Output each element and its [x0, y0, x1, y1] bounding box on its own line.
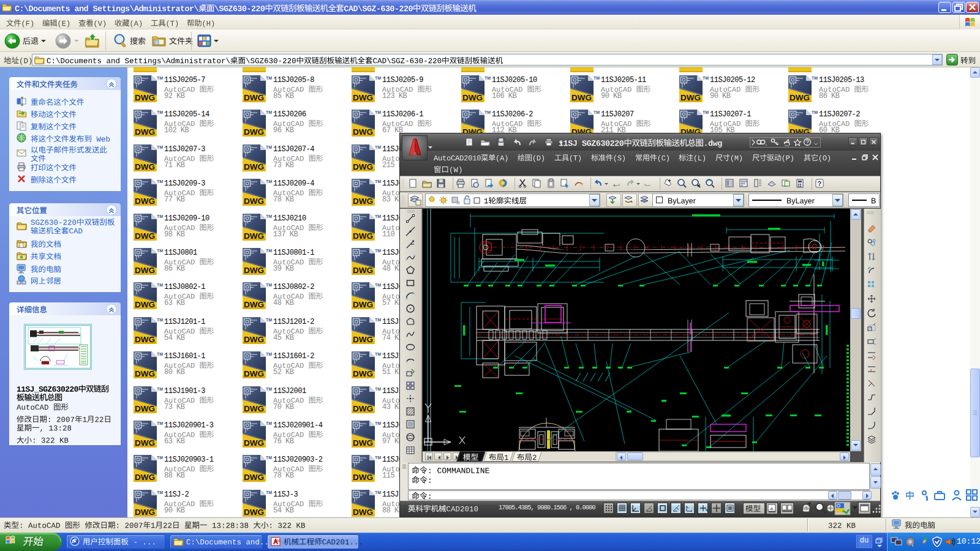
svg-text:TM: TM	[812, 76, 818, 80]
svg-text:10: 10	[277, 539, 281, 542]
svg-text:TM: TM	[266, 490, 272, 495]
svg-text:TM: TM	[266, 179, 272, 184]
svg-text:TM: TM	[157, 387, 163, 391]
svg-text:TM: TM	[266, 214, 272, 219]
svg-text:TM: TM	[375, 179, 381, 184]
svg-text:TM: TM	[375, 387, 381, 391]
svg-text:TM: TM	[594, 110, 600, 114]
svg-text:TM: TM	[266, 421, 272, 425]
svg-text:TM: TM	[157, 421, 163, 425]
svg-text:TM: TM	[266, 318, 272, 322]
svg-text:TM: TM	[157, 76, 163, 80]
svg-text:TM: TM	[375, 214, 381, 219]
svg-text:TM: TM	[375, 110, 381, 114]
svg-text:TM: TM	[812, 110, 818, 114]
svg-text:TM: TM	[703, 76, 709, 80]
svg-text:TM: TM	[375, 249, 381, 253]
svg-text:?: ?	[818, 180, 822, 187]
svg-text:TM: TM	[266, 387, 272, 391]
svg-text:TM: TM	[266, 249, 272, 253]
svg-text:TM: TM	[157, 249, 163, 253]
svg-text:TM: TM	[266, 283, 272, 287]
svg-text:TM: TM	[157, 179, 163, 184]
svg-text:TM: TM	[375, 490, 381, 495]
svg-text:TM: TM	[157, 283, 163, 287]
svg-text:TM: TM	[375, 76, 381, 80]
svg-text:TM: TM	[157, 318, 163, 322]
svg-text:TM: TM	[266, 76, 272, 80]
svg-text:TM: TM	[375, 283, 381, 287]
svg-text:TM: TM	[266, 145, 272, 149]
svg-text:TM: TM	[266, 455, 272, 460]
svg-text:TM: TM	[375, 421, 381, 425]
svg-text:TM: TM	[484, 76, 491, 80]
svg-text:TM: TM	[157, 490, 163, 495]
svg-text:TM: TM	[157, 352, 163, 356]
svg-text:TM: TM	[594, 76, 600, 80]
svg-text:TM: TM	[375, 318, 381, 322]
svg-text:TM: TM	[157, 145, 163, 149]
svg-text:TM: TM	[375, 145, 381, 149]
svg-text:TM: TM	[266, 110, 272, 114]
svg-text:TM: TM	[484, 110, 491, 114]
svg-text:TM: TM	[157, 110, 163, 114]
svg-text:TM: TM	[157, 214, 163, 219]
svg-text:TM: TM	[703, 110, 709, 114]
svg-text:TM: TM	[266, 352, 272, 356]
svg-text:TM: TM	[157, 455, 163, 460]
svg-text:TM: TM	[375, 352, 381, 356]
svg-text:TM: TM	[375, 455, 381, 460]
